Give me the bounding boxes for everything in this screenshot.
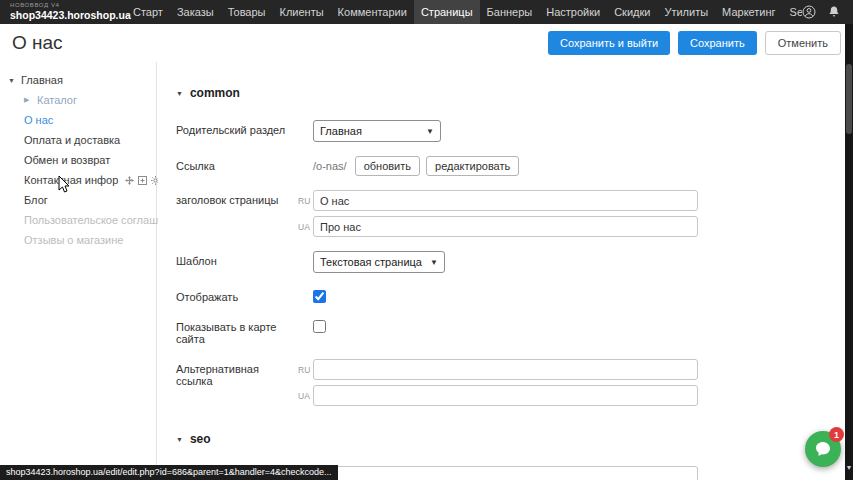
tree-item-otzyvy[interactable]: Отзывы о магазине <box>0 230 156 250</box>
chat-bubble-icon <box>814 440 832 458</box>
tree-item-obmen[interactable]: Обмен и возврат <box>0 150 156 170</box>
topbar: НОВОВВОД V4 shop34423.horoshop.ua Старт … <box>0 0 853 24</box>
section-seo-title: seo <box>190 432 211 446</box>
tree-item-label: Главная <box>21 74 63 86</box>
link-row: Ссылка /o-nas/ обновить редактировать <box>176 156 845 176</box>
page-edit-form: ▼ common Родительский раздел Главная ▼ С… <box>158 62 845 480</box>
scroll-down-arrow-icon[interactable]: ▼ <box>845 464 853 472</box>
scrollbar-thumb[interactable] <box>846 64 852 134</box>
parent-section-row: Родительский раздел Главная ▼ <box>176 120 845 142</box>
link-edit-button[interactable]: редактировать <box>426 156 519 176</box>
lang-ru-label: RU <box>298 365 313 375</box>
cancel-button[interactable]: Отменить <box>765 31 841 55</box>
lang-ua-label: UA <box>298 391 313 401</box>
template-label: Шаблон <box>176 251 298 273</box>
page-title: О нас <box>12 32 63 54</box>
alt-link-ru-input[interactable] <box>313 359 698 380</box>
link-label: Ссылка <box>176 156 298 176</box>
alt-link-ua-input[interactable] <box>313 385 698 406</box>
chat-unread-badge: 1 <box>829 427 844 442</box>
tree-item-label: О нас <box>24 114 53 126</box>
section-seo-toggle[interactable]: ▼ seo <box>176 432 845 446</box>
tree-item-kontaktnaya[interactable]: Контактная инфор <box>0 170 156 190</box>
template-select[interactable]: Текстовая страница ▼ <box>313 251 445 273</box>
sitemap-row: Показывать в карте сайта <box>176 317 845 345</box>
tree-item-oplata[interactable]: Оплата и доставка <box>0 130 156 150</box>
pages-tree-sidebar: ▼ Главная ▶ Каталог О нас Оплата и доста… <box>0 62 157 480</box>
parent-section-select[interactable]: Главная ▼ <box>313 120 441 142</box>
tree-item-label: Блог <box>24 194 48 206</box>
display-checkbox[interactable] <box>313 290 326 303</box>
chevron-down-icon: ▼ <box>426 127 434 136</box>
display-row: Отображать <box>176 287 845 303</box>
user-account-icon[interactable] <box>802 5 816 19</box>
nav-item-comments[interactable]: Комментарии <box>331 0 414 24</box>
link-update-button[interactable]: обновить <box>355 156 420 176</box>
nav-item-settings[interactable]: Настройки <box>539 0 607 24</box>
tree-item-blog[interactable]: Блог <box>0 190 156 210</box>
logo-domain-label: shop34423.horoshop.ua <box>10 9 116 21</box>
main-nav: Старт Заказы Товары Клиенты Комментарии … <box>126 0 802 24</box>
topbar-icons <box>802 0 853 24</box>
section-common-title: common <box>190 86 240 100</box>
nav-item-marketing[interactable]: Маркетинг <box>715 0 782 24</box>
nav-item-products[interactable]: Товары <box>221 0 273 24</box>
display-label: Отображать <box>176 287 298 303</box>
notifications-bell-icon[interactable] <box>827 5 841 19</box>
tree-item-label: Отзывы о магазине <box>24 234 123 246</box>
chevron-down-icon: ▼ <box>176 90 183 97</box>
section-common-toggle[interactable]: ▼ common <box>176 86 845 100</box>
nav-item-banners[interactable]: Баннеры <box>480 0 540 24</box>
nav-item-orders[interactable]: Заказы <box>170 0 221 24</box>
nav-item-discounts[interactable]: Скидки <box>607 0 657 24</box>
chat-widget-button[interactable]: 1 <box>805 431 841 467</box>
sitemap-checkbox[interactable] <box>313 320 326 333</box>
add-subpage-icon[interactable] <box>138 176 147 185</box>
page-header: О нас Сохранить и выйти Сохранить Отмени… <box>0 24 853 62</box>
header-buttons: Сохранить и выйти Сохранить Отменить <box>548 31 841 55</box>
page-title-label: заголовок страницы <box>176 190 298 237</box>
nav-item-utilities[interactable]: Утилиты <box>657 0 715 24</box>
tree-item-katalog[interactable]: ▶ Каталог <box>0 90 156 110</box>
scrollbar[interactable]: ▼ <box>845 24 853 480</box>
tree-item-label: Контактная инфор <box>24 174 118 186</box>
alt-link-label: Альтернативная ссылка <box>176 359 298 406</box>
chevron-down-icon[interactable]: ▼ <box>8 77 16 84</box>
nav-item-pages[interactable]: Страницы <box>414 0 480 24</box>
nav-item-start[interactable]: Старт <box>126 0 170 24</box>
page-title-ua-input[interactable] <box>313 216 698 237</box>
template-row: Шаблон Текстовая страница ▼ <box>176 251 845 273</box>
tree-item-polzovatelskoe[interactable]: Пользовательское соглашение <box>0 210 156 230</box>
move-icon[interactable] <box>125 176 134 185</box>
nav-item-clients[interactable]: Клиенты <box>273 0 331 24</box>
alt-link-row: Альтернативная ссылка RU UA <box>176 359 845 406</box>
browser-status-url: shop34423.horoshop.ua/edit/edit.php?id=6… <box>0 465 338 480</box>
nav-item-seo[interactable]: Seo <box>783 0 802 24</box>
lang-ru-label: RU <box>298 196 313 206</box>
logo-version-label: НОВОВВОД V4 <box>10 2 116 9</box>
link-value: /o-nas/ <box>313 160 347 172</box>
html-title-ru-input[interactable] <box>313 466 698 480</box>
tree-item-label: Оплата и доставка <box>24 134 120 146</box>
chevron-right-icon[interactable]: ▶ <box>24 96 32 104</box>
tree-item-o-nas[interactable]: О нас <box>0 110 156 130</box>
tree-item-label: Обмен и возврат <box>24 154 110 166</box>
parent-section-value: Главная <box>320 125 362 137</box>
chevron-down-icon: ▼ <box>176 436 183 443</box>
parent-section-label: Родительский раздел <box>176 120 298 142</box>
page-title-row: заголовок страницы RU UA <box>176 190 845 237</box>
template-value: Текстовая страница <box>320 256 422 268</box>
tree-item-label: Каталог <box>37 94 77 106</box>
logo[interactable]: НОВОВВОД V4 shop34423.horoshop.ua <box>0 0 126 24</box>
chevron-down-icon: ▼ <box>430 258 438 267</box>
tree-item-glavnaya[interactable]: ▼ Главная <box>0 70 156 90</box>
lang-ua-label: UA <box>298 222 313 232</box>
sitemap-label: Показывать в карте сайта <box>176 317 298 345</box>
save-button[interactable]: Сохранить <box>678 31 757 55</box>
page-title-ru-input[interactable] <box>313 190 698 211</box>
save-and-exit-button[interactable]: Сохранить и выйти <box>548 31 670 55</box>
